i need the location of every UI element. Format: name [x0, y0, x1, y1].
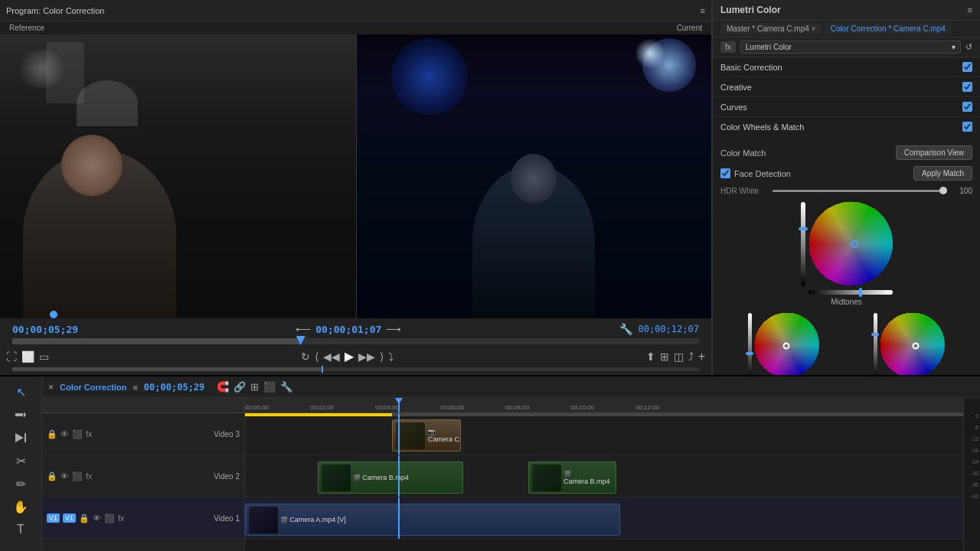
- apply-match-button[interactable]: Apply Match: [913, 166, 972, 181]
- v2-fx-icon[interactable]: fx: [86, 471, 93, 481]
- loop-icon[interactable]: ↻: [301, 350, 310, 363]
- track-select-tool[interactable]: [10, 429, 31, 447]
- clip-c-label: Camera C.mp4: [428, 435, 461, 443]
- creative-title: Creative: [720, 83, 752, 92]
- hdr-white-slider[interactable]: [773, 190, 943, 192]
- ruler-spacer: [42, 398, 244, 413]
- step-forward-icon[interactable]: ⟩: [380, 350, 384, 363]
- highlights-wheel[interactable]: [880, 312, 945, 375]
- display-mode-icon[interactable]: ⬜: [21, 350, 34, 363]
- scrubber-bar[interactable]: [12, 367, 699, 371]
- color-wheels-checkbox[interactable]: [962, 122, 972, 132]
- timeline-ruler[interactable]: 00;00;00 00;02;00 00;04;00 00;06;00 00;0…: [245, 398, 963, 413]
- midtones-h-slider[interactable]: [808, 290, 893, 295]
- color-wheels-header[interactable]: Color Wheels & Match: [713, 117, 980, 136]
- midtones-wheel[interactable]: [808, 201, 893, 287]
- safe-margins-icon[interactable]: ▭: [39, 350, 49, 363]
- curves-section: Curves: [713, 97, 980, 117]
- ruler-time-8: 00;08;00: [505, 404, 529, 411]
- play-button[interactable]: ▶: [345, 349, 354, 364]
- creative-checkbox[interactable]: [962, 82, 972, 92]
- add-track-icon[interactable]: ⊞: [250, 381, 259, 393]
- scrubber-playhead: [322, 366, 323, 373]
- razor-tool[interactable]: ✂: [10, 452, 31, 470]
- basic-correction-header[interactable]: Basic Correction: [713, 57, 980, 77]
- v3-lock-icon[interactable]: 🔒: [47, 429, 57, 439]
- shadows-v-slider[interactable]: [748, 313, 752, 375]
- monitor-menu-icon[interactable]: ≡: [701, 6, 705, 15]
- fx-dropdown[interactable]: Lumetri Color ▾: [740, 41, 961, 54]
- step-back-icon[interactable]: ⟨: [315, 350, 318, 363]
- clip-camera-b2[interactable]: 🎬 Camera B.mp4: [528, 461, 616, 494]
- mark-out-icon[interactable]: ⟶: [386, 323, 401, 335]
- v3-mute-icon[interactable]: ⬛: [72, 429, 83, 439]
- export-icon[interactable]: ⤴: [688, 350, 694, 363]
- snap-icon[interactable]: 🧲: [217, 381, 229, 393]
- svg-marker-3: [24, 412, 26, 418]
- transport-progress-bar[interactable]: [12, 338, 699, 344]
- track-height-icon[interactable]: ⬛: [263, 381, 276, 393]
- linked-selection-icon[interactable]: 🔗: [234, 381, 246, 393]
- extract-icon[interactable]: ⊞: [660, 350, 669, 363]
- v1-eye-icon[interactable]: 👁: [93, 514, 101, 523]
- master-tab[interactable]: Master * Camera C.mp4 ▾: [720, 23, 822, 34]
- v1-fx-icon[interactable]: fx: [118, 514, 125, 523]
- pen-tool[interactable]: ✏: [10, 474, 31, 493]
- midtones-v-slider[interactable]: [801, 202, 805, 286]
- shadows-canvas[interactable]: [754, 312, 819, 375]
- curves-checkbox[interactable]: [962, 102, 972, 112]
- wrench-tl-icon[interactable]: 🔧: [280, 381, 292, 393]
- selection-tool[interactable]: ↖: [10, 383, 31, 401]
- v3-eye-icon[interactable]: 👁: [60, 429, 69, 439]
- lumetri-header: Lumetri Color ≡: [713, 0, 980, 21]
- db-36: -36: [964, 482, 980, 487]
- lumetri-menu-icon[interactable]: ≡: [968, 5, 972, 15]
- add-button[interactable]: +: [698, 350, 705, 364]
- curves-header[interactable]: Curves: [713, 97, 980, 116]
- track-name-v1: Video 1: [214, 514, 240, 523]
- hand-tool[interactable]: ✋: [10, 497, 31, 516]
- highlights-v-slider[interactable]: [874, 313, 877, 375]
- creative-header[interactable]: Creative: [713, 77, 980, 96]
- text-tool[interactable]: T: [10, 520, 31, 539]
- highlights-canvas[interactable]: [880, 312, 945, 375]
- playhead-triangle: [395, 398, 403, 404]
- clip-camera-c[interactable]: 📷 Camera C.mp4: [392, 419, 461, 452]
- mark-clip-icon[interactable]: ⤵: [388, 350, 394, 363]
- clip-c-thumb: [396, 422, 425, 449]
- play-prev-icon[interactable]: ◀◀: [323, 350, 340, 363]
- v3-fx-icon[interactable]: fx: [86, 429, 93, 439]
- ripple-edit-tool[interactable]: [10, 406, 31, 424]
- zoom-display-icon[interactable]: ⛶: [6, 350, 17, 363]
- hdr-white-value: 100: [949, 187, 972, 195]
- reset-icon[interactable]: ↺: [965, 42, 972, 52]
- svg-rect-2: [15, 413, 23, 416]
- wrench-icon[interactable]: 🔧: [619, 323, 632, 335]
- timeline-close-btn[interactable]: ×: [48, 382, 54, 393]
- clip-camera-b1[interactable]: 🎬 Camera B.mp4: [318, 461, 463, 494]
- v2-lock-icon[interactable]: 🔒: [47, 471, 57, 481]
- lift-icon[interactable]: ⬆: [646, 350, 655, 363]
- play-next-icon[interactable]: ▶▶: [358, 350, 375, 363]
- v1-badge2: V1: [63, 514, 76, 523]
- cc-tab[interactable]: Color Correction * Camera C.mp4: [825, 23, 952, 34]
- svg-marker-4: [15, 433, 24, 442]
- mark-in-icon[interactable]: ⟵: [296, 323, 311, 335]
- shadows-wheel[interactable]: [754, 312, 819, 375]
- track-label-v2: 🔒 👁 ⬛ fx Video 2: [42, 455, 244, 497]
- v2-eye-icon[interactable]: 👁: [60, 471, 69, 481]
- v2-mute-icon[interactable]: ⬛: [72, 471, 83, 481]
- v1-mute-icon[interactable]: ⬛: [104, 514, 115, 523]
- clip-b2-label: Camera B.mp4: [564, 478, 610, 485]
- comparison-view-button[interactable]: Comparison View: [896, 145, 972, 160]
- midtones-canvas[interactable]: [808, 201, 893, 285]
- insert-icon[interactable]: ◫: [674, 350, 684, 363]
- color-wheels-section: Color Wheels & Match Color Match Compari…: [713, 117, 980, 375]
- v1-lock-icon[interactable]: 🔒: [79, 514, 90, 523]
- face-detection-checkbox[interactable]: [720, 168, 730, 178]
- clip-camera-a[interactable]: 🎬 Camera A.mp4 [V]: [245, 504, 620, 536]
- timeline-area: ↖ ✂ ✏ ✋ T × Color Correction ≡ 00;00;05;…: [0, 375, 980, 551]
- timeline-menu-icon[interactable]: ≡: [132, 383, 137, 392]
- basic-correction-checkbox[interactable]: [962, 62, 972, 72]
- control-icons: ⟵ 00;00;01;07 ⟶: [296, 323, 401, 335]
